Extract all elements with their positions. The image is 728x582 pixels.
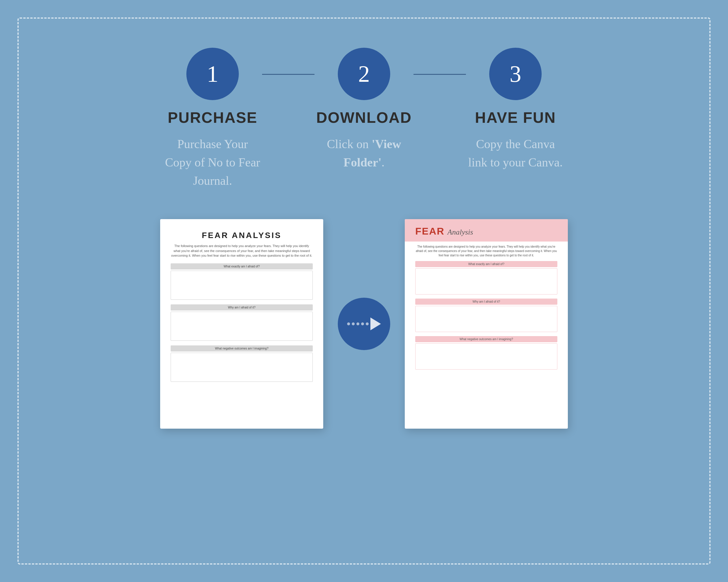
doc-white-label-3: What negative outcomes am I imagining? xyxy=(171,345,313,352)
step-2-circle: 2 xyxy=(338,48,390,100)
step-1-title: PURCHASE xyxy=(168,109,257,126)
doc-white-box-1 xyxy=(171,271,313,300)
step-2-number: 2 xyxy=(358,61,370,87)
connector-line-1 xyxy=(262,74,314,75)
doc-pink-box-2 xyxy=(415,306,557,332)
main-container: 1 PURCHASE Purchase Your Copy of No to F… xyxy=(18,18,710,564)
steps-row: 1 PURCHASE Purchase Your Copy of No to F… xyxy=(42,48,686,190)
dot-5 xyxy=(366,323,369,325)
doc-pink-section-2: Why am I afraid of it? xyxy=(415,299,557,332)
doc-pink-analysis-label: Analysis xyxy=(448,228,473,237)
doc-white-section-1: What exactly am I afraid of? xyxy=(171,264,313,300)
step-3-number: 3 xyxy=(510,61,521,87)
doc-pink-header: FEAR Analysis xyxy=(405,219,568,242)
doc-pink-section-3: What negative outcomes am I imagining? xyxy=(415,336,557,369)
doc-white-label-2: Why am I afraid of it? xyxy=(171,304,313,310)
connector-2 xyxy=(414,74,466,75)
step-2-title: DOWNLOAD xyxy=(316,109,412,126)
doc-pink-fear-label: FEAR xyxy=(415,225,445,237)
doc-white-title: FEAR ANALYSIS xyxy=(171,231,313,240)
doc-white-label-1: What exactly am I afraid of? xyxy=(171,264,313,270)
doc-pink-label-1: What exactly am I afraid of? xyxy=(415,261,557,267)
doc-pink-label-2: Why am I afraid of it? xyxy=(415,299,557,305)
dots-arrow xyxy=(347,317,381,330)
connector-1 xyxy=(262,74,314,75)
doc-white: FEAR ANALYSIS The following questions ar… xyxy=(160,219,323,428)
doc-white-body: The following questions are designed to … xyxy=(171,244,313,258)
doc-pink-label-3: What negative outcomes am I imagining? xyxy=(415,336,557,342)
step-3-circle: 3 xyxy=(489,48,542,100)
dot-1 xyxy=(347,323,350,325)
doc-white-box-2 xyxy=(171,312,313,341)
dot-2 xyxy=(352,323,355,325)
step-2-desc-plain: Click on xyxy=(327,137,371,151)
step-3-title: HAVE FUN xyxy=(475,109,556,126)
step-1: 1 PURCHASE Purchase Your Copy of No to F… xyxy=(163,48,262,190)
doc-pink-box-1 xyxy=(415,268,557,295)
docs-row: FEAR ANALYSIS The following questions ar… xyxy=(42,219,686,428)
dot-3 xyxy=(357,323,359,325)
step-2: 2 DOWNLOAD Click on 'View Folder'. xyxy=(314,48,414,172)
arrow-head-icon xyxy=(370,317,381,330)
step-2-desc: Click on 'View Folder'. xyxy=(314,135,414,172)
doc-pink-body: The following questions are designed to … xyxy=(415,244,557,257)
step-1-circle: 1 xyxy=(186,48,239,100)
doc-white-section-3: What negative outcomes am I imagining? xyxy=(171,345,313,382)
doc-pink-section-1: What exactly am I afraid of? xyxy=(415,261,557,295)
step-3-desc: Copy the Canva link to your Canva. xyxy=(466,135,565,172)
doc-white-section-2: Why am I afraid of it? xyxy=(171,304,313,341)
doc-white-box-3 xyxy=(171,353,313,382)
connector-line-2 xyxy=(414,74,466,75)
step-3: 3 HAVE FUN Copy the Canva link to your C… xyxy=(466,48,565,172)
step-2-desc-end: . xyxy=(382,156,385,169)
dot-4 xyxy=(361,323,364,325)
doc-pink: FEAR Analysis The following questions ar… xyxy=(405,219,568,428)
step-1-desc: Purchase Your Copy of No to Fear Journal… xyxy=(163,135,262,190)
arrow-circle xyxy=(338,298,390,350)
doc-pink-box-3 xyxy=(415,343,557,369)
step-1-number: 1 xyxy=(207,61,218,87)
